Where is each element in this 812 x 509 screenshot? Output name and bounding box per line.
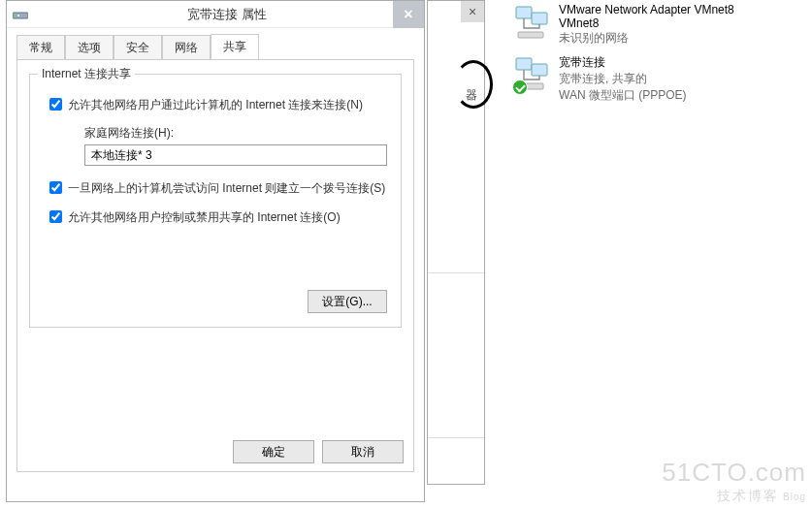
network-adapter-icon [514,3,553,42]
dial-on-demand-row: 一旦网络上的计算机尝试访问 Internet 则建立一个拨号连接(S) [49,179,389,197]
adapter-item-vmnet8[interactable]: VMware Network Adapter VMnet8 VMnet8 未识别… [514,3,796,47]
background-window-text: 器 [466,87,477,104]
allow-control-row: 允许其他网络用户控制或禁用共享的 Internet 连接(O) [49,208,389,226]
adapter-item-broadband[interactable]: 宽带连接 宽带连接, 共享的 WAN 微型端口 (PPPOE) [514,54,796,104]
close-button[interactable]: × [393,1,424,28]
allow-control-label: 允许其他网络用户控制或禁用共享的 Internet 连接(O) [68,208,341,226]
svg-rect-3 [516,7,532,18]
properties-dialog: 宽带连接 属性 × 常规 选项 安全 网络 共享 Internet 连接共享 允… [6,0,425,502]
network-adapter-icon [514,54,553,93]
status-ok-icon [512,80,528,95]
allow-others-connect-row: 允许其他网络用户通过此计算机的 Internet 连接来连接(N) [49,96,389,113]
adapter-name-2: VMnet8 [559,16,734,30]
internet-connection-sharing-group: Internet 连接共享 允许其他网络用户通过此计算机的 Internet 连… [29,74,402,328]
tab-panel-sharing: Internet 连接共享 允许其他网络用户通过此计算机的 Internet 连… [16,59,414,472]
tab-row: 常规 选项 安全 网络 共享 [7,34,424,59]
dialog-title: 宽带连接 属性 [36,6,418,23]
svg-point-2 [17,15,19,16]
adapter-device: WAN 微型端口 (PPPOE) [559,87,687,104]
background-window: × [427,0,485,485]
svg-point-1 [15,15,16,16]
home-network-input[interactable] [84,144,387,166]
tab-options[interactable]: 选项 [65,35,114,60]
group-legend: Internet 连接共享 [38,66,135,82]
adapter-name: 宽带连接 [559,54,687,71]
modem-icon [13,9,28,20]
adapter-text: VMware Network Adapter VMnet8 VMnet8 未识别… [559,3,734,47]
dial-on-demand-checkbox[interactable] [49,181,62,194]
dialog-buttons: 确定 取消 [233,440,404,463]
adapter-status: 未识别的网络 [559,30,734,47]
watermark-line2: 技术博客Blog [662,488,806,505]
tab-network[interactable]: 网络 [162,35,211,60]
adapter-name: VMware Network Adapter VMnet8 [559,3,734,16]
dial-on-demand-label: 一旦网络上的计算机尝试访问 Internet 则建立一个拨号连接(S) [68,179,385,197]
settings-button[interactable]: 设置(G)... [308,290,387,313]
allow-control-checkbox[interactable] [49,210,62,223]
tab-general[interactable]: 常规 [16,35,65,60]
watermark-line1: 51CTO.com [662,458,806,488]
tab-security[interactable]: 安全 [114,35,162,60]
close-icon[interactable]: × [461,1,484,22]
home-network-row: 家庭网络连接(H): [84,125,389,166]
allow-others-connect-label: 允许其他网络用户通过此计算机的 Internet 连接来连接(N) [68,96,363,113]
svg-rect-6 [516,58,532,70]
adapter-text: 宽带连接 宽带连接, 共享的 WAN 微型端口 (PPPOE) [559,54,687,104]
svg-rect-4 [532,13,547,24]
ok-button[interactable]: 确定 [233,440,314,463]
svg-rect-5 [518,32,543,38]
adapter-status: 宽带连接, 共享的 [559,71,687,87]
tab-sharing[interactable]: 共享 [211,34,259,60]
titlebar: 宽带连接 属性 × [7,1,424,28]
svg-rect-7 [532,64,547,76]
network-adapter-list: VMware Network Adapter VMnet8 VMnet8 未识别… [514,3,796,111]
watermark: 51CTO.com 技术博客Blog [662,458,806,505]
home-network-label: 家庭网络连接(H): [84,125,389,142]
cancel-button[interactable]: 取消 [322,440,404,463]
allow-others-connect-checkbox[interactable] [49,98,62,111]
